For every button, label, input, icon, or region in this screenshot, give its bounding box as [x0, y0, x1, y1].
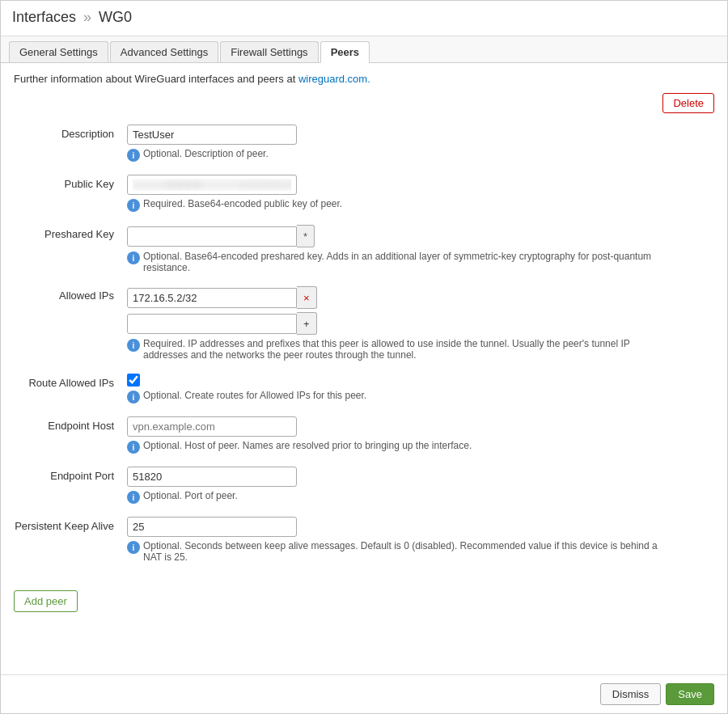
description-row: Description i Optional. Description of p…	[14, 120, 714, 170]
public-key-help-text: Required. Base64-encoded public key of p…	[143, 198, 342, 209]
allowed-ips-help: i Required. IP addresses and prefixes th…	[127, 338, 677, 361]
allowed-ip-input-0[interactable]	[127, 288, 297, 308]
preshared-key-row: Preshared Key * i Optional. Base64-encod…	[14, 220, 714, 281]
preshared-key-generate-button[interactable]: *	[297, 225, 315, 247]
tab-advanced-settings[interactable]: Advanced Settings	[110, 41, 218, 62]
endpoint-port-help-text: Optional. Port of peer.	[143, 490, 238, 501]
allowed-ips-help-icon: i	[127, 339, 140, 352]
endpoint-port-label: Endpoint Port	[14, 462, 127, 512]
persistent-keep-alive-input[interactable]	[127, 517, 297, 537]
breadcrumb-separator: »	[83, 9, 91, 25]
tab-bar: General Settings Advanced Settings Firew…	[1, 36, 727, 63]
add-peer-button[interactable]: Add peer	[14, 590, 78, 612]
public-key-help-icon: i	[127, 199, 140, 212]
description-help: i Optional. Description of peer.	[127, 148, 677, 162]
endpoint-port-help-icon: i	[127, 491, 140, 504]
description-help-text: Optional. Description of peer.	[143, 148, 269, 159]
route-allowed-ips-help-icon: i	[127, 391, 140, 403]
allowed-ip-add-row: +	[127, 312, 714, 335]
route-allowed-ips-checkbox[interactable]	[127, 374, 140, 387]
description-help-icon: i	[127, 149, 140, 162]
tab-firewall-settings[interactable]: Firewall Settings	[220, 41, 318, 62]
route-allowed-ips-label: Route Allowed IPs	[14, 369, 127, 412]
preshared-key-help: i Optional. Base64-encoded preshared key…	[127, 251, 677, 273]
allowed-ip-new-input[interactable]	[127, 314, 297, 334]
preshared-key-help-text: Optional. Base64-encoded preshared key. …	[143, 251, 677, 273]
save-button[interactable]: Save	[666, 683, 714, 705]
allowed-ips-label: Allowed IPs	[14, 281, 127, 369]
endpoint-host-help-text: Optional. Host of peer. Names are resolv…	[143, 440, 472, 451]
persistent-keep-alive-help-text: Optional. Seconds between keep alive mes…	[143, 540, 677, 563]
endpoint-port-help: i Optional. Port of peer.	[127, 490, 677, 504]
preshared-key-input[interactable]	[127, 226, 297, 247]
tab-peers[interactable]: Peers	[320, 41, 370, 63]
bottom-action-bar: Dismiss Save	[1, 674, 727, 713]
persistent-keep-alive-help-icon: i	[127, 541, 140, 554]
tab-general-settings[interactable]: General Settings	[9, 41, 108, 62]
preshared-key-help-icon: i	[127, 251, 140, 264]
route-allowed-ips-help-text: Optional. Create routes for Allowed IPs …	[143, 390, 366, 401]
endpoint-port-input[interactable]	[127, 467, 297, 487]
public-key-input[interactable]	[127, 175, 297, 195]
delete-button[interactable]: Delete	[662, 93, 714, 113]
allowed-ip-add-button[interactable]: +	[297, 312, 317, 335]
endpoint-host-input[interactable]	[127, 416, 297, 437]
persistent-keep-alive-label: Persistent Keep Alive	[14, 512, 127, 571]
route-allowed-ips-help: i Optional. Create routes for Allowed IP…	[127, 390, 677, 403]
endpoint-host-label: Endpoint Host	[14, 412, 127, 462]
allowed-ips-help-text: Required. IP addresses and prefixes that…	[143, 338, 677, 361]
public-key-row: Public Key i Required. Base64-encoded pu…	[14, 170, 714, 220]
endpoint-host-help: i Optional. Host of peer. Names are reso…	[127, 440, 677, 454]
endpoint-host-help-icon: i	[127, 441, 140, 454]
description-input[interactable]	[127, 125, 297, 145]
allowed-ips-block: × +	[127, 286, 714, 335]
wireguard-link[interactable]: wireguard.com.	[298, 73, 370, 85]
preshared-key-label: Preshared Key	[14, 220, 127, 281]
endpoint-port-row: Endpoint Port i Optional. Port of peer.	[14, 462, 714, 512]
allowed-ip-item-0: ×	[127, 286, 714, 309]
description-label: Description	[14, 120, 127, 170]
page-title: Interfaces » WG0	[12, 9, 716, 26]
public-key-help: i Required. Base64-encoded public key of…	[127, 198, 677, 212]
info-text-before: Further information about WireGuard inte…	[14, 73, 298, 85]
allowed-ips-row: Allowed IPs × +	[14, 281, 714, 369]
breadcrumb-wg0: WG0	[99, 9, 132, 25]
dismiss-button[interactable]: Dismiss	[600, 683, 662, 705]
route-allowed-ips-row: Route Allowed IPs i Optional. Create rou…	[14, 369, 714, 412]
persistent-keep-alive-help: i Optional. Seconds between keep alive m…	[127, 540, 677, 563]
allowed-ip-remove-button-0[interactable]: ×	[297, 286, 317, 309]
persistent-keep-alive-row: Persistent Keep Alive i Optional. Second…	[14, 512, 714, 571]
breadcrumb-interfaces: Interfaces	[12, 9, 76, 25]
endpoint-host-row: Endpoint Host i Optional. Host of peer. …	[14, 412, 714, 462]
info-text: Further information about WireGuard inte…	[14, 73, 714, 85]
public-key-label: Public Key	[14, 170, 127, 220]
